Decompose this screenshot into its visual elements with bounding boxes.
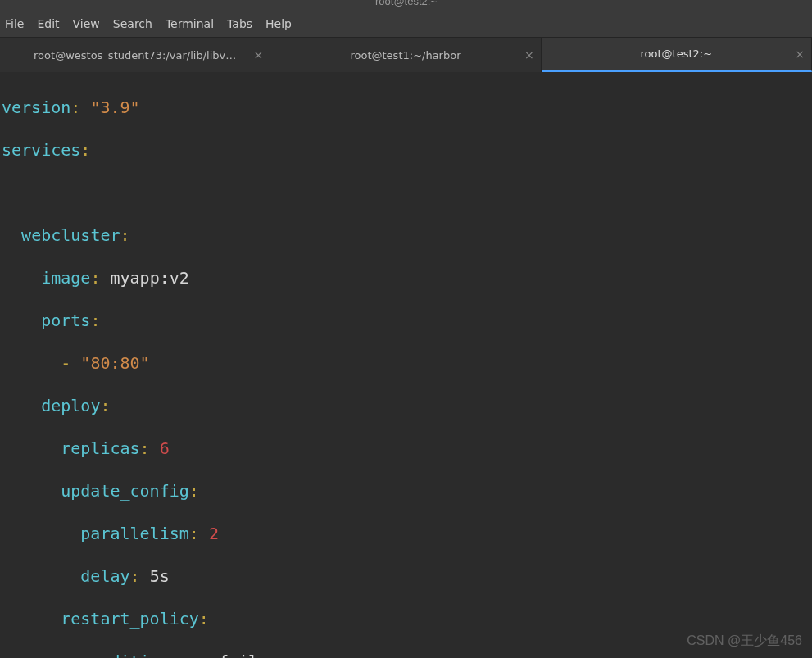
tab-3-close-icon[interactable]: × xyxy=(795,48,805,61)
code-line: replicas: 6 xyxy=(2,438,810,459)
menu-file[interactable]: File xyxy=(5,17,24,30)
code-line: services: xyxy=(2,139,810,161)
tab-3[interactable]: root@test2:~ × xyxy=(542,38,812,72)
tab-1-label: root@westos_student73:/var/lib/libv… xyxy=(34,49,236,61)
window-titlebar: root@test2:~ xyxy=(0,0,812,10)
tab-2-label: root@test1:~/harbor xyxy=(350,49,460,61)
menu-help[interactable]: Help xyxy=(265,17,292,30)
window-title: root@test2:~ xyxy=(375,0,437,7)
code-line: update_config: xyxy=(2,480,810,501)
code-line xyxy=(2,182,810,203)
code-line: restart_policy: xyxy=(2,608,810,629)
code-line: parallelism: 2 xyxy=(2,523,810,544)
menu-edit[interactable]: Edit xyxy=(37,17,59,30)
tab-2-close-icon[interactable]: × xyxy=(524,48,534,61)
tab-3-label: root@test2:~ xyxy=(641,48,713,60)
code-line: image: myapp:v2 xyxy=(2,267,810,288)
menu-terminal[interactable]: Terminal xyxy=(166,17,214,30)
tab-1-close-icon[interactable]: × xyxy=(254,48,264,61)
watermark: CSDN @王少鱼456 xyxy=(687,633,802,650)
code-line: condition: on-failure xyxy=(2,651,810,658)
editor-area[interactable]: version: "3.9" services: webcluster: ima… xyxy=(0,72,812,658)
code-line: deploy: xyxy=(2,395,810,416)
menu-view[interactable]: View xyxy=(73,17,100,30)
tabbar: root@westos_student73:/var/lib/libv… × r… xyxy=(0,38,812,72)
code-line: version: "3.9" xyxy=(2,97,810,118)
tab-1[interactable]: root@westos_student73:/var/lib/libv… × xyxy=(0,38,270,72)
code-line: webcluster: xyxy=(2,225,810,246)
menu-tabs[interactable]: Tabs xyxy=(227,17,252,30)
code-line: delay: 5s xyxy=(2,565,810,587)
tab-2[interactable]: root@test1:~/harbor × xyxy=(270,38,541,72)
menu-search[interactable]: Search xyxy=(113,17,152,30)
code-line: ports: xyxy=(2,310,810,331)
menubar: File Edit View Search Terminal Tabs Help xyxy=(0,10,812,38)
code-line: - "80:80" xyxy=(2,352,810,374)
